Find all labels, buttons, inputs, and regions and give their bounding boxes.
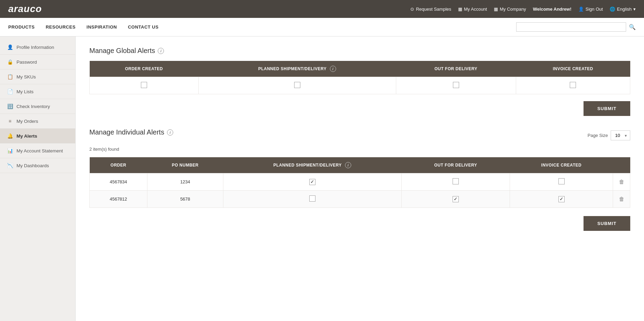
alerts-icon: 🔔: [7, 133, 13, 139]
sign-out-link[interactable]: 👤 Sign Out: [578, 7, 603, 12]
profile-icon: 👤: [7, 44, 13, 50]
global-order-created-cell: [90, 77, 199, 94]
global-invoice-created-checkbox[interactable]: [570, 82, 576, 88]
orders-icon: ≡: [7, 118, 13, 124]
page-size-select[interactable]: 10 25 50: [611, 130, 630, 140]
row1-out-for-delivery-cell: [401, 173, 510, 191]
global-alerts-row: [90, 77, 630, 94]
table-row: 4567834 1234: [90, 173, 630, 191]
row1-invoice-created-checkbox[interactable]: [558, 178, 565, 184]
logo: arauco: [8, 3, 42, 14]
search-input[interactable]: [516, 22, 626, 32]
welcome-text: Welcome Andrew!: [533, 7, 571, 12]
statement-icon: 📊: [7, 148, 13, 153]
individual-alerts-section: Manage Individual Alerts i Page Size 10 …: [89, 128, 630, 231]
header-planned-shipment-global: PLANNED SHIPMENT/DELIVERY i: [198, 61, 396, 77]
my-account-link[interactable]: ▦ My Account: [458, 7, 487, 12]
page-size-container: Page Size 10 25 50: [588, 130, 630, 140]
global-invoice-created-cell: [516, 77, 630, 94]
header-order: ORDER: [90, 157, 147, 173]
planned-shipment-info-icon[interactable]: i: [330, 66, 336, 72]
page-layout: 👤 Profile Information 🔒 Password 📋 My SK…: [0, 36, 644, 321]
skus-icon: 📋: [7, 74, 13, 79]
individual-alerts-header-row: ORDER PO NUMBER PLANNED SHIPMENT/DELIVER…: [90, 157, 630, 173]
top-bar: arauco ⊙ Request Samples ▦ My Account ▦ …: [0, 0, 644, 18]
header-po-number: PO NUMBER: [147, 157, 223, 173]
sidebar-item-my-lists[interactable]: 📄 My Lists: [0, 84, 75, 99]
main-content: Manage Global Alerts i ORDER CREATED PLA…: [76, 36, 644, 321]
table-row: 4567812 5678: [90, 191, 630, 208]
page-size-wrapper: 10 25 50: [611, 130, 630, 140]
sidebar-item-check-inventory[interactable]: 🔢 Check Inventory: [0, 99, 75, 114]
sidebar-item-my-orders[interactable]: ≡ My Orders: [0, 114, 75, 129]
nav-contact-us[interactable]: CONTACT US: [128, 24, 158, 30]
header-actions: [613, 157, 630, 173]
dashboards-icon: 📉: [7, 163, 13, 168]
row2-actions-cell: 🗑: [613, 191, 630, 208]
individual-alerts-info-icon[interactable]: i: [167, 129, 173, 136]
items-found: 2 item(s) found: [89, 147, 630, 152]
individual-alerts-title: Manage Individual Alerts i: [89, 128, 173, 136]
row2-po-number: 5678: [147, 191, 223, 208]
global-alerts-section: Manage Global Alerts i ORDER CREATED PLA…: [89, 47, 630, 116]
row2-delete-button[interactable]: 🗑: [619, 196, 624, 202]
row1-out-for-delivery-checkbox[interactable]: [453, 178, 459, 184]
individual-alerts-table: ORDER PO NUMBER PLANNED SHIPMENT/DELIVER…: [89, 157, 630, 208]
row1-po-number: 1234: [147, 173, 223, 191]
lock-icon: 🔒: [7, 59, 13, 65]
nav-products[interactable]: PRODUCTS: [8, 24, 35, 30]
global-order-created-checkbox[interactable]: [141, 82, 147, 88]
row2-order: 4567812: [90, 191, 147, 208]
row1-order: 4567834: [90, 173, 147, 191]
sidebar-item-my-alerts[interactable]: 🔔 My Alerts: [0, 129, 75, 143]
search-button[interactable]: 🔍: [629, 24, 636, 30]
my-company-link[interactable]: ▦ My Company: [494, 7, 526, 12]
global-submit-button[interactable]: SUBMIT: [584, 101, 630, 116]
my-company-icon: ▦: [494, 7, 498, 12]
individual-submit-button[interactable]: SUBMIT: [584, 216, 630, 231]
top-bar-right: ⊙ Request Samples ▦ My Account ▦ My Comp…: [410, 7, 636, 12]
global-out-for-delivery-cell: [396, 77, 516, 94]
global-planned-shipment-cell: [198, 77, 396, 94]
row1-invoice-created-cell: [510, 173, 613, 191]
row1-delete-button[interactable]: 🗑: [619, 179, 624, 185]
global-alerts-header-row: ORDER CREATED PLANNED SHIPMENT/DELIVERY …: [90, 61, 630, 77]
nav-inspiration[interactable]: INSPIRATION: [87, 24, 117, 30]
sidebar-item-my-dashboards[interactable]: 📉 My Dashboards: [0, 158, 75, 173]
global-planned-shipment-checkbox[interactable]: [294, 82, 300, 88]
request-samples-link[interactable]: ⊙ Request Samples: [410, 7, 451, 12]
row2-planned-shipment-checkbox[interactable]: [309, 195, 315, 202]
sidebar-item-my-skus[interactable]: 📋 My SKUs: [0, 69, 75, 84]
header-planned-shipment-individual: PLANNED SHIPMENT/DELIVERY i: [223, 157, 401, 173]
chevron-down-icon: ▾: [633, 7, 636, 12]
sidebar-item-my-account-statement[interactable]: 📊 My Account Statement: [0, 143, 75, 158]
row1-planned-shipment-checkbox[interactable]: [309, 179, 315, 185]
row1-actions-cell: 🗑: [613, 173, 630, 191]
header-out-for-delivery-global: OUT FOR DELIVERY: [396, 61, 516, 77]
row2-invoice-created-checkbox[interactable]: [558, 196, 565, 202]
sign-out-icon: 👤: [578, 7, 584, 12]
global-out-for-delivery-checkbox[interactable]: [453, 82, 459, 88]
global-alerts-table: ORDER CREATED PLANNED SHIPMENT/DELIVERY …: [89, 61, 630, 94]
sidebar-item-password[interactable]: 🔒 Password: [0, 55, 75, 69]
request-samples-icon: ⊙: [410, 7, 414, 12]
header-out-for-delivery-individual: OUT FOR DELIVERY: [401, 157, 510, 173]
sidebar: 👤 Profile Information 🔒 Password 📋 My SK…: [0, 36, 76, 321]
individual-planned-shipment-info-icon[interactable]: i: [345, 162, 351, 168]
sidebar-item-profile-information[interactable]: 👤 Profile Information: [0, 40, 75, 55]
header-invoice-created-global: INVOICE CREATED: [516, 61, 630, 77]
page-size-label: Page Size: [588, 133, 608, 138]
global-alerts-title: Manage Global Alerts i: [89, 47, 630, 55]
row1-planned-shipment-cell: [223, 173, 401, 191]
header-invoice-created-individual: INVOICE CREATED: [510, 157, 613, 173]
row2-planned-shipment-cell: [223, 191, 401, 208]
main-nav: PRODUCTS RESOURCES INSPIRATION CONTACT U…: [0, 18, 644, 36]
row2-invoice-created-cell: [510, 191, 613, 208]
globe-icon: 🌐: [610, 7, 615, 12]
nav-resources[interactable]: RESOURCES: [46, 24, 76, 30]
global-alerts-info-icon[interactable]: i: [158, 48, 164, 54]
row2-out-for-delivery-checkbox[interactable]: [453, 196, 459, 202]
row2-out-for-delivery-cell: [401, 191, 510, 208]
language-selector[interactable]: 🌐 English ▾: [610, 7, 636, 12]
header-order-created: ORDER CREATED: [90, 61, 199, 77]
